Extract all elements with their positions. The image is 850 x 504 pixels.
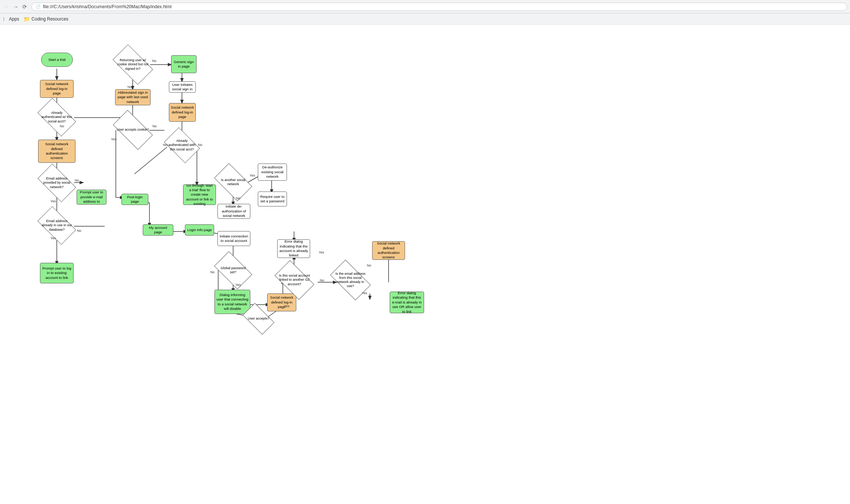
bookmark-coding[interactable]: 📁 Coding Resources bbox=[24, 16, 68, 22]
error-already-linked-node: Error dialog indicating that the account… bbox=[277, 239, 310, 258]
nav-buttons: ← → ⟳ bbox=[3, 3, 28, 10]
folder-icon: 📁 bbox=[24, 16, 30, 22]
social-login-page-2-node: Social network defined log-in page bbox=[169, 103, 196, 122]
error-email-in-use-node: Error dialog indicating that this e-mail… bbox=[390, 292, 424, 313]
back-button[interactable]: ← bbox=[3, 3, 10, 10]
bookmark-apps[interactable]: Apps bbox=[9, 16, 19, 22]
post-login-node: Post-login page bbox=[121, 194, 148, 205]
grid-icon: ⁝ bbox=[3, 16, 4, 22]
social-login-page-1-node: Social network defined log-in page bbox=[40, 80, 74, 98]
global-password-diamond: Global password set? bbox=[217, 260, 250, 281]
require-password-node: Require user to set a password bbox=[258, 192, 287, 206]
email-in-use-diamond: Is the email address from this social ne… bbox=[333, 269, 368, 291]
no-label-auth2: No bbox=[198, 143, 203, 147]
no-label-returning: No bbox=[152, 59, 157, 63]
bookmarks-bar: ⁝ Apps 📁 Coding Resources bbox=[0, 13, 850, 25]
svg-line-21 bbox=[135, 147, 167, 174]
already-auth-diamond-2: Already authenticated with this social a… bbox=[167, 135, 197, 156]
social-auth-screens-2-node: Social network defined authentication sc… bbox=[372, 241, 405, 260]
address-text: file:///C:/Users/krishna/Documents/From%… bbox=[43, 4, 171, 9]
email-from-social-diamond: Email address provided by social network… bbox=[40, 172, 74, 193]
social-auth-screens-node: Social network defined authentication sc… bbox=[38, 140, 75, 163]
go-through-trial-node: Go through 'start a trial' flow to creat… bbox=[183, 184, 216, 205]
prompt-email-node: Prompt user to provide e-mail address to bbox=[77, 190, 106, 205]
yes-label-another: Yes bbox=[250, 174, 255, 177]
deauth-existing-node: De-authorize existing social network bbox=[258, 164, 287, 181]
address-bar[interactable]: 📄 file:///C:/Users/krishna/Documents/Fro… bbox=[31, 3, 847, 11]
user-initiates-node: User initiates social sign in bbox=[169, 81, 196, 93]
browser-bar: ← → ⟳ 📄 file:///C:/Users/krishna/Documen… bbox=[0, 0, 850, 13]
initiate-connection-node: Initiate connection to social account bbox=[217, 231, 250, 246]
coding-resources-label: Coding Resources bbox=[31, 16, 68, 22]
email-in-db-diamond: Email address already in use in our data… bbox=[40, 215, 74, 236]
start-trial-node: Start a trial bbox=[41, 53, 73, 67]
abbrev-sign-in-node: Abbreviated sign in page with last used … bbox=[115, 89, 151, 105]
initiate-deauth-node: Initiate de-authorization of social netw… bbox=[217, 204, 250, 219]
yes-label-returning: Yes bbox=[127, 85, 133, 89]
reload-button[interactable]: ⟳ bbox=[21, 3, 28, 10]
generic-sign-in-node: Generic sign in page bbox=[171, 55, 197, 73]
yes-label-linked: Yes bbox=[319, 251, 324, 254]
user-accepts-cookie-diamond: User accepts cookie? bbox=[115, 119, 151, 140]
user-accepts-diamond: User accepts? bbox=[245, 310, 272, 327]
flowchart-canvas: Start a trial Social network defined log… bbox=[0, 25, 850, 503]
no-label-email: No bbox=[75, 178, 79, 182]
already-auth-diamond-1: Already authenticated w/ this social acc… bbox=[40, 107, 74, 128]
login-info-node: Login Info page bbox=[185, 224, 214, 236]
no-label-cookie: No bbox=[152, 124, 157, 128]
apps-label: Apps bbox=[9, 16, 19, 22]
no-label-linked: No bbox=[320, 279, 324, 282]
lock-icon: 📄 bbox=[35, 4, 41, 9]
prompt-log-in-node: Prompt user to log in to existing accoun… bbox=[40, 263, 74, 283]
returning-user-diamond: Returning user w/ cookie stored but not … bbox=[115, 54, 151, 75]
forward-button[interactable]: → bbox=[12, 3, 19, 10]
social-login-page-3-node: Social network defined log-in page bbox=[267, 293, 296, 311]
yes-label-email: Yes bbox=[50, 199, 56, 203]
is-linked-diamond: Is this social account linked to another… bbox=[277, 269, 312, 291]
my-account-node: My account page bbox=[143, 224, 173, 236]
is-another-network-diamond: Is another social network bbox=[217, 172, 250, 193]
no-label-global: No bbox=[210, 270, 215, 274]
no-label-emailuse: No bbox=[367, 264, 371, 267]
no-label-emaildb: No bbox=[77, 229, 81, 233]
